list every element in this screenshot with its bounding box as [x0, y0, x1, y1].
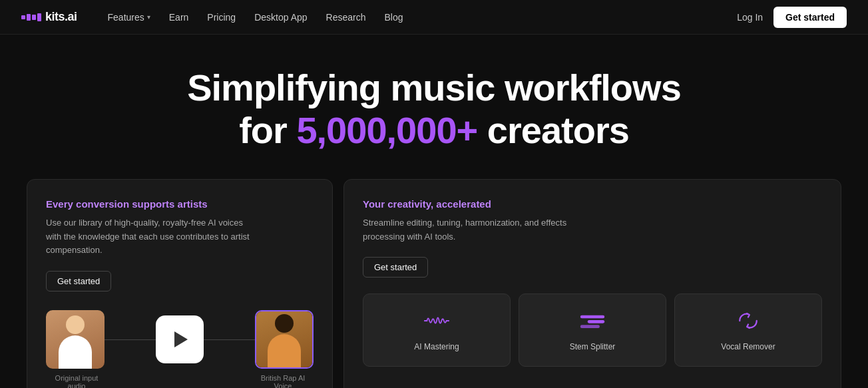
card-left: Every conversion supports artists Use ou… [27, 179, 333, 388]
input-audio-label: Original input audio [47, 374, 106, 388]
nav-get-started-button[interactable]: Get started [773, 7, 847, 28]
audio-labels: Original input audio British Rap AI Voic… [46, 374, 314, 388]
tool-card-vocal-remover[interactable]: Vocal Remover [674, 293, 822, 367]
nav-earn[interactable]: Earn [160, 0, 198, 35]
svg-rect-0 [580, 315, 604, 319]
tool-stem-splitter-label: Stem Splitter [570, 342, 616, 351]
connector-line-left [105, 339, 156, 340]
tool-vocal-remover-label: Vocal Remover [721, 342, 775, 351]
nav-desktop-app[interactable]: Desktop App [245, 0, 316, 35]
hero-line2-end: creators [477, 109, 629, 151]
svg-rect-2 [580, 325, 600, 329]
card-right: Your creativity, accelerated Streamline … [343, 179, 841, 388]
card-right-get-started-button[interactable]: Get started [363, 257, 428, 278]
card-right-description: Streamline editing, tuning, harmonizatio… [363, 216, 576, 244]
nav-links: Features Earn Pricing Desktop App Resear… [99, 0, 738, 35]
waveform-icon [423, 307, 450, 334]
play-triangle-icon [174, 331, 188, 347]
nav-right: Log In Get started [737, 7, 847, 28]
play-button[interactable] [156, 315, 204, 363]
card-right-title: Your creativity, accelerated [363, 198, 822, 210]
input-audio-thumb [46, 310, 105, 369]
logo[interactable]: kits.ai [21, 10, 77, 24]
stem-splitter-icon [579, 307, 606, 334]
hero-highlight: 5,000,000+ [296, 109, 477, 151]
nav-blog[interactable]: Blog [375, 0, 412, 35]
card-left-get-started-button[interactable]: Get started [46, 271, 111, 291]
login-link[interactable]: Log In [737, 12, 763, 23]
hero-section: Simplifying music workflows for 5,000,00… [0, 35, 868, 174]
output-audio-label: British Rap AI Voice [254, 374, 312, 388]
navbar: kits.ai Features Earn Pricing Desktop Ap… [0, 0, 868, 35]
tool-card-ai-mastering[interactable]: AI Mastering [363, 293, 511, 367]
svg-rect-1 [588, 320, 604, 323]
connector-line-right [204, 339, 255, 340]
vocal-remover-icon [735, 307, 761, 334]
tool-cards-row: AI Mastering Stem Splitter [363, 293, 822, 367]
hero-heading: Simplifying music workflows for 5,000,00… [13, 67, 855, 152]
logo-icon [21, 13, 41, 21]
tool-card-stem-splitter[interactable]: Stem Splitter [519, 293, 666, 367]
card-left-title: Every conversion supports artists [46, 198, 314, 210]
card-left-description: Use our library of high-quality, royalty… [46, 216, 259, 258]
hero-line2-plain: for [239, 109, 296, 151]
nav-pricing[interactable]: Pricing [198, 0, 245, 35]
nav-features[interactable]: Features [99, 0, 160, 35]
nav-research[interactable]: Research [317, 0, 375, 35]
hero-line1: Simplifying music workflows [187, 67, 681, 108]
tool-ai-mastering-label: AI Mastering [414, 342, 459, 351]
output-audio-thumb [255, 310, 314, 369]
cards-section: Every conversion supports artists Use ou… [0, 179, 868, 388]
audio-conversion-row [46, 310, 314, 369]
logo-text: kits.ai [45, 10, 77, 24]
